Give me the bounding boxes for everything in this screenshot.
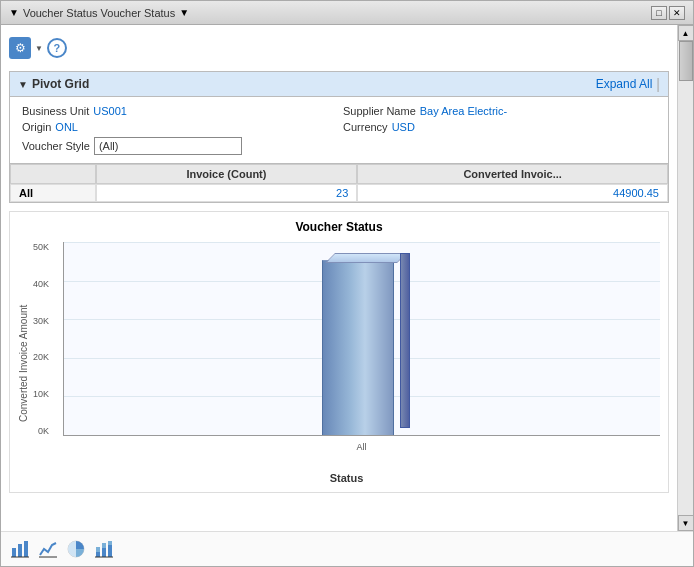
bottom-toolbar xyxy=(1,531,693,566)
svg-rect-1 xyxy=(18,544,22,557)
y-axis-label: Converted Invoice Amount xyxy=(18,242,29,484)
supplier-name-row: Supplier Name Bay Area Electric- xyxy=(343,105,656,117)
svg-rect-10 xyxy=(108,545,112,557)
expand-all-link[interactable]: Expand All xyxy=(596,77,653,91)
header-separator: | xyxy=(656,76,660,92)
pie-chart-icon xyxy=(67,540,85,558)
col-header-converted-invoice: Converted Invoic... xyxy=(357,164,668,184)
bar-chart-icon xyxy=(11,540,29,558)
chart-title: Voucher Status xyxy=(18,220,660,234)
row-label-all: All xyxy=(10,184,96,202)
bar-top xyxy=(325,253,407,263)
chart-container: Voucher Status Converted Invoice Amount … xyxy=(9,211,669,493)
col-header-invoice-count: Invoice (Count) xyxy=(96,164,358,184)
converted-invoice-value[interactable]: 44900.45 xyxy=(357,184,668,202)
plot-area xyxy=(63,242,660,436)
y-label-30k: 30K xyxy=(33,316,53,326)
grid-fields: Business Unit US001 Supplier Name Bay Ar… xyxy=(10,97,668,163)
title-dropdown-icon[interactable]: ▼ xyxy=(179,7,189,18)
voucher-style-row: Voucher Style xyxy=(22,137,335,155)
invoice-count-value[interactable]: 23 xyxy=(96,184,358,202)
title-icon: ▼ xyxy=(9,7,19,18)
bar-x-label: All xyxy=(356,442,366,452)
supplier-name-label: Supplier Name xyxy=(343,105,416,117)
pivot-grid: ▼ Pivot Grid Expand All | Business Unit … xyxy=(9,71,669,203)
scroll-down-button[interactable]: ▼ xyxy=(678,515,694,531)
svg-rect-6 xyxy=(96,552,100,557)
currency-row: Currency USD xyxy=(343,121,656,133)
svg-rect-8 xyxy=(102,548,106,557)
svg-rect-2 xyxy=(24,541,28,557)
y-label-50k: 50K xyxy=(33,242,53,252)
origin-label: Origin xyxy=(22,121,51,133)
scroll-track[interactable] xyxy=(678,41,693,515)
voucher-style-label: Voucher Style xyxy=(22,140,90,152)
help-icon: ? xyxy=(54,42,61,54)
business-unit-row: Business Unit US001 xyxy=(22,105,335,117)
x-axis-label: Status xyxy=(33,472,660,484)
gear-icon: ⚙ xyxy=(15,41,26,55)
y-label-20k: 20K xyxy=(33,352,53,362)
voucher-style-input[interactable] xyxy=(94,137,242,155)
scrollbar: ▲ ▼ xyxy=(677,25,693,531)
y-label-0k: 0K xyxy=(33,426,53,436)
stacked-chart-icon xyxy=(95,540,113,558)
y-label-40k: 40K xyxy=(33,279,53,289)
bar-chart-button[interactable] xyxy=(9,538,31,560)
bar-container xyxy=(317,260,407,435)
currency-value: USD xyxy=(392,121,415,133)
y-axis: 50K 40K 30K 20K 10K 0K xyxy=(33,242,53,436)
pivot-table: Invoice (Count) Converted Invoic... All … xyxy=(10,163,668,202)
pivot-grid-header: ▼ Pivot Grid Expand All | xyxy=(10,72,668,97)
pivot-header-right: Expand All | xyxy=(596,76,660,92)
origin-row: Origin ONL xyxy=(22,121,335,133)
minimize-button[interactable]: □ xyxy=(651,6,667,20)
main-content: ⚙ ▼ ? ▼ Pivot Grid Expand All | xyxy=(1,25,677,531)
pivot-collapse-icon[interactable]: ▼ xyxy=(18,79,28,90)
svg-rect-7 xyxy=(96,547,100,552)
main-window: ▼ Voucher Status Voucher Status ▼ □ ✕ ⚙ … xyxy=(0,0,694,567)
line-chart-icon xyxy=(39,540,57,558)
svg-rect-11 xyxy=(108,541,112,545)
chart-inner: 50K 40K 30K 20K 10K 0K xyxy=(33,242,660,484)
chart-plot-container: 50K 40K 30K 20K 10K 0K xyxy=(63,242,660,452)
window-title: Voucher Status Voucher Status xyxy=(23,7,175,19)
content-area: ⚙ ▼ ? ▼ Pivot Grid Expand All | xyxy=(1,25,693,531)
gear-dropdown-arrow[interactable]: ▼ xyxy=(35,44,43,53)
title-bar-left: ▼ Voucher Status Voucher Status ▼ xyxy=(9,7,189,19)
chart-area: Converted Invoice Amount 50K 40K 30K 20K… xyxy=(18,242,660,484)
bar-face xyxy=(322,260,394,435)
col-header-row-label xyxy=(10,164,96,184)
title-bar-controls: □ ✕ xyxy=(651,6,685,20)
title-bar: ▼ Voucher Status Voucher Status ▼ □ ✕ xyxy=(1,1,693,25)
help-button[interactable]: ? xyxy=(47,38,67,58)
line-chart-button[interactable] xyxy=(37,538,59,560)
close-button[interactable]: ✕ xyxy=(669,6,685,20)
business-unit-label: Business Unit xyxy=(22,105,89,117)
scroll-thumb[interactable] xyxy=(679,41,693,81)
pie-chart-button[interactable] xyxy=(65,538,87,560)
svg-rect-0 xyxy=(12,548,16,557)
svg-rect-9 xyxy=(102,543,106,548)
y-label-10k: 10K xyxy=(33,389,53,399)
currency-label: Currency xyxy=(343,121,388,133)
origin-value[interactable]: ONL xyxy=(55,121,78,133)
pivot-header-left: ▼ Pivot Grid xyxy=(18,77,89,91)
bar-3d xyxy=(322,260,402,435)
toolbar: ⚙ ▼ ? xyxy=(9,33,669,63)
scroll-up-button[interactable]: ▲ xyxy=(678,25,694,41)
grid-line-50k xyxy=(64,242,660,243)
supplier-name-value[interactable]: Bay Area Electric- xyxy=(420,105,507,117)
bar-right xyxy=(400,253,410,428)
gear-button[interactable]: ⚙ xyxy=(9,37,31,59)
business-unit-value[interactable]: US001 xyxy=(93,105,127,117)
pivot-grid-title: Pivot Grid xyxy=(32,77,89,91)
table-row: All 23 44900.45 xyxy=(10,184,668,202)
stacked-chart-button[interactable] xyxy=(93,538,115,560)
